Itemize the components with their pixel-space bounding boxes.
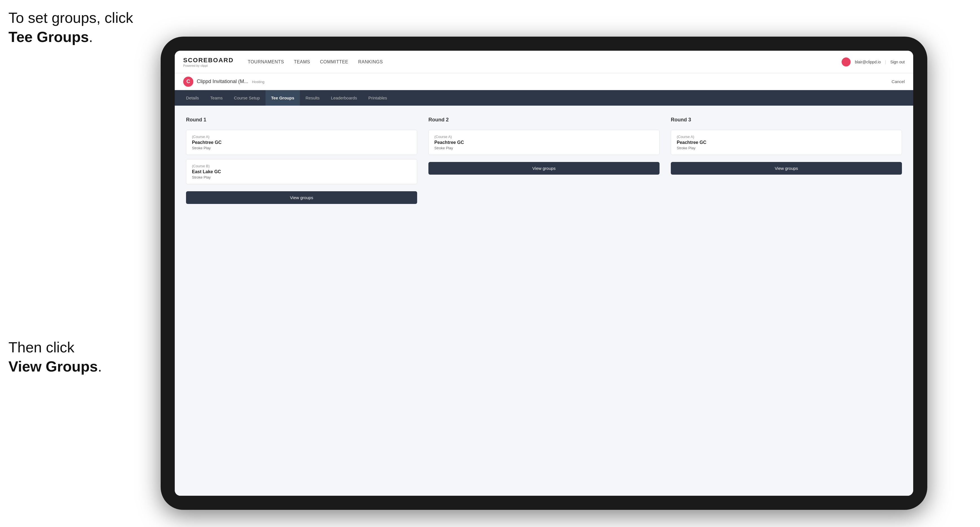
instruction-tee-groups: Tee Groups <box>8 29 89 45</box>
round-2-course-a-name: Peachtree GC <box>434 140 654 145</box>
round-1-course-b-name: East Lake GC <box>192 169 411 175</box>
nav-links: TOURNAMENTS TEAMS COMMITTEE RANKINGS <box>248 59 842 65</box>
cancel-button[interactable]: Cancel <box>891 79 905 84</box>
instruction-bottom: Then click View Groups. <box>8 338 102 376</box>
tab-tee-groups[interactable]: Tee Groups <box>266 90 300 106</box>
round-1-course-a-format: Stroke Play <box>192 146 411 150</box>
round-1-course-a-name: Peachtree GC <box>192 140 411 145</box>
tab-printables[interactable]: Printables <box>363 90 393 106</box>
round-1-course-b-format: Stroke Play <box>192 175 411 179</box>
app-container: SCOREBOARD Powered by clippt TOURNAMENTS… <box>175 51 913 496</box>
round-3-course-a-card: (Course A) Peachtree GC Stroke Play <box>671 130 902 155</box>
nav-tournaments[interactable]: TOURNAMENTS <box>248 59 284 65</box>
tab-results[interactable]: Results <box>300 90 325 106</box>
round-2-course-a-format: Stroke Play <box>434 146 654 150</box>
nav-right: blair@clippd.io | Sign out <box>842 57 905 67</box>
instruction-top: To set groups, click Tee Groups. <box>8 8 133 46</box>
tournament-header: C Clippd Invitational (M... Hosting Canc… <box>175 73 913 90</box>
round-1-course-a-card: (Course A) Peachtree GC Stroke Play <box>186 130 417 155</box>
round-3-column: Round 3 (Course A) Peachtree GC Stroke P… <box>671 117 902 204</box>
hosting-badge: Hosting <box>252 80 264 84</box>
round-2-course-a-card: (Course A) Peachtree GC Stroke Play <box>428 130 660 155</box>
tab-leaderboards[interactable]: Leaderboards <box>325 90 363 106</box>
round-1-course-b-label: (Course B) <box>192 164 411 168</box>
instruction-line3: Then click <box>8 339 75 356</box>
tab-course-setup[interactable]: Course Setup <box>228 90 266 106</box>
round-1-course-a-label: (Course A) <box>192 135 411 139</box>
round-3-view-groups-button[interactable]: View groups <box>671 162 902 175</box>
tablet-shell: SCOREBOARD Powered by clippt TOURNAMENTS… <box>161 37 927 510</box>
logo-text: SCOREBOARD <box>183 57 234 64</box>
tab-nav: Details Teams Course Setup Tee Groups Re… <box>175 90 913 106</box>
round-3-title: Round 3 <box>671 117 902 123</box>
round-2-view-groups-button[interactable]: View groups <box>428 162 660 175</box>
round-2-course-a-label: (Course A) <box>434 135 654 139</box>
top-nav: SCOREBOARD Powered by clippt TOURNAMENTS… <box>175 51 913 73</box>
round-3-course-a-label: (Course A) <box>677 135 896 139</box>
instruction-view-groups: View Groups <box>8 358 98 375</box>
rounds-grid: Round 1 (Course A) Peachtree GC Stroke P… <box>186 117 902 204</box>
tournament-logo: C <box>183 76 193 87</box>
round-1-view-groups-button[interactable]: View groups <box>186 191 417 204</box>
user-avatar <box>842 57 851 67</box>
tablet-screen: SCOREBOARD Powered by clippt TOURNAMENTS… <box>175 51 913 496</box>
user-email: blair@clippd.io <box>855 60 881 64</box>
round-2-column: Round 2 (Course A) Peachtree GC Stroke P… <box>428 117 660 204</box>
round-1-column: Round 1 (Course A) Peachtree GC Stroke P… <box>186 117 417 204</box>
round-1-title: Round 1 <box>186 117 417 123</box>
logo-area: SCOREBOARD Powered by clippt <box>183 57 234 67</box>
round-1-course-b-card: (Course B) East Lake GC Stroke Play <box>186 159 417 184</box>
round-3-course-a-name: Peachtree GC <box>677 140 896 145</box>
round-3-course-a-format: Stroke Play <box>677 146 896 150</box>
nav-teams[interactable]: TEAMS <box>294 59 310 65</box>
sign-out-link[interactable]: Sign out <box>890 60 905 64</box>
nav-committee[interactable]: COMMITTEE <box>320 59 348 65</box>
instruction-line1: To set groups, click <box>8 10 133 26</box>
tab-details[interactable]: Details <box>180 90 205 106</box>
logo-sub: Powered by clippt <box>183 64 234 67</box>
tab-teams[interactable]: Teams <box>205 90 228 106</box>
tournament-name: Clippd Invitational (M... Hosting <box>197 79 891 84</box>
nav-rankings[interactable]: RANKINGS <box>358 59 383 65</box>
main-content: Round 1 (Course A) Peachtree GC Stroke P… <box>175 106 913 496</box>
round-2-title: Round 2 <box>428 117 660 123</box>
